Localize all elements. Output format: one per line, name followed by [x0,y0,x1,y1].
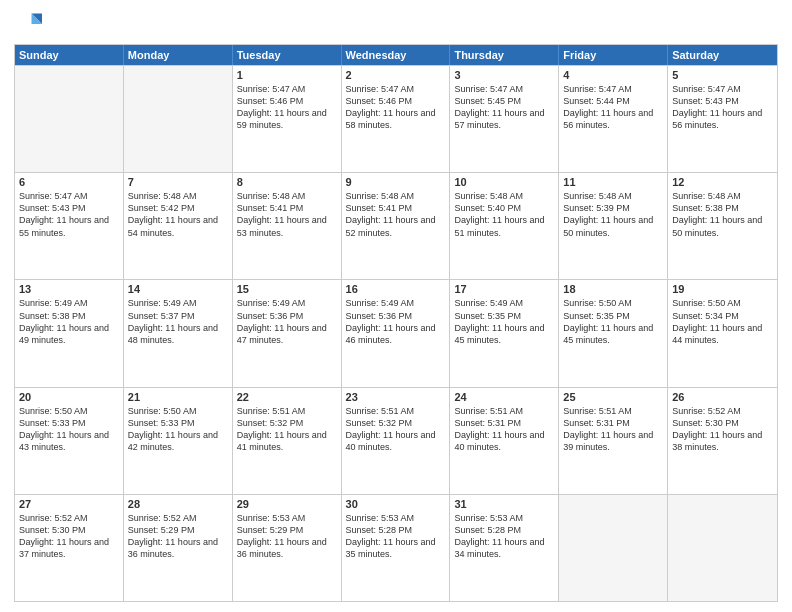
cell-info: Sunrise: 5:49 AMSunset: 5:38 PMDaylight:… [19,297,119,346]
calendar-week-1: 1Sunrise: 5:47 AMSunset: 5:46 PMDaylight… [15,65,777,172]
calendar-cell: 19Sunrise: 5:50 AMSunset: 5:34 PMDayligh… [668,280,777,386]
calendar-cell: 15Sunrise: 5:49 AMSunset: 5:36 PMDayligh… [233,280,342,386]
calendar-cell: 23Sunrise: 5:51 AMSunset: 5:32 PMDayligh… [342,388,451,494]
page: SundayMondayTuesdayWednesdayThursdayFrid… [0,0,792,612]
cell-info: Sunrise: 5:51 AMSunset: 5:31 PMDaylight:… [563,405,663,454]
calendar-cell: 12Sunrise: 5:48 AMSunset: 5:38 PMDayligh… [668,173,777,279]
day-number: 31 [454,498,554,510]
cell-info: Sunrise: 5:48 AMSunset: 5:41 PMDaylight:… [346,190,446,239]
day-number: 15 [237,283,337,295]
calendar-cell: 31Sunrise: 5:53 AMSunset: 5:28 PMDayligh… [450,495,559,601]
calendar-cell: 8Sunrise: 5:48 AMSunset: 5:41 PMDaylight… [233,173,342,279]
cell-info: Sunrise: 5:50 AMSunset: 5:33 PMDaylight:… [128,405,228,454]
calendar-cell: 20Sunrise: 5:50 AMSunset: 5:33 PMDayligh… [15,388,124,494]
day-number: 25 [563,391,663,403]
calendar-cell: 4Sunrise: 5:47 AMSunset: 5:44 PMDaylight… [559,66,668,172]
calendar-cell: 17Sunrise: 5:49 AMSunset: 5:35 PMDayligh… [450,280,559,386]
cell-info: Sunrise: 5:50 AMSunset: 5:35 PMDaylight:… [563,297,663,346]
day-number: 18 [563,283,663,295]
cell-info: Sunrise: 5:49 AMSunset: 5:36 PMDaylight:… [237,297,337,346]
calendar-cell [559,495,668,601]
header-cell-tuesday: Tuesday [233,45,342,65]
cell-info: Sunrise: 5:47 AMSunset: 5:43 PMDaylight:… [672,83,773,132]
calendar-cell: 26Sunrise: 5:52 AMSunset: 5:30 PMDayligh… [668,388,777,494]
cell-info: Sunrise: 5:48 AMSunset: 5:41 PMDaylight:… [237,190,337,239]
cell-info: Sunrise: 5:52 AMSunset: 5:29 PMDaylight:… [128,512,228,561]
cell-info: Sunrise: 5:53 AMSunset: 5:28 PMDaylight:… [454,512,554,561]
cell-info: Sunrise: 5:48 AMSunset: 5:42 PMDaylight:… [128,190,228,239]
calendar-cell: 16Sunrise: 5:49 AMSunset: 5:36 PMDayligh… [342,280,451,386]
cell-info: Sunrise: 5:48 AMSunset: 5:39 PMDaylight:… [563,190,663,239]
calendar-cell: 9Sunrise: 5:48 AMSunset: 5:41 PMDaylight… [342,173,451,279]
day-number: 11 [563,176,663,188]
calendar-cell: 27Sunrise: 5:52 AMSunset: 5:30 PMDayligh… [15,495,124,601]
cell-info: Sunrise: 5:47 AMSunset: 5:46 PMDaylight:… [346,83,446,132]
cell-info: Sunrise: 5:51 AMSunset: 5:32 PMDaylight:… [346,405,446,454]
cell-info: Sunrise: 5:47 AMSunset: 5:43 PMDaylight:… [19,190,119,239]
calendar-cell [668,495,777,601]
day-number: 29 [237,498,337,510]
calendar-cell: 10Sunrise: 5:48 AMSunset: 5:40 PMDayligh… [450,173,559,279]
cell-info: Sunrise: 5:50 AMSunset: 5:33 PMDaylight:… [19,405,119,454]
day-number: 6 [19,176,119,188]
cell-info: Sunrise: 5:49 AMSunset: 5:35 PMDaylight:… [454,297,554,346]
calendar-cell: 21Sunrise: 5:50 AMSunset: 5:33 PMDayligh… [124,388,233,494]
cell-info: Sunrise: 5:48 AMSunset: 5:38 PMDaylight:… [672,190,773,239]
cell-info: Sunrise: 5:53 AMSunset: 5:29 PMDaylight:… [237,512,337,561]
cell-info: Sunrise: 5:48 AMSunset: 5:40 PMDaylight:… [454,190,554,239]
calendar-cell: 14Sunrise: 5:49 AMSunset: 5:37 PMDayligh… [124,280,233,386]
cell-info: Sunrise: 5:49 AMSunset: 5:36 PMDaylight:… [346,297,446,346]
calendar-cell: 28Sunrise: 5:52 AMSunset: 5:29 PMDayligh… [124,495,233,601]
cell-info: Sunrise: 5:49 AMSunset: 5:37 PMDaylight:… [128,297,228,346]
calendar-cell: 30Sunrise: 5:53 AMSunset: 5:28 PMDayligh… [342,495,451,601]
calendar-body: 1Sunrise: 5:47 AMSunset: 5:46 PMDaylight… [15,65,777,601]
calendar-cell: 2Sunrise: 5:47 AMSunset: 5:46 PMDaylight… [342,66,451,172]
cell-info: Sunrise: 5:51 AMSunset: 5:32 PMDaylight:… [237,405,337,454]
calendar-cell: 1Sunrise: 5:47 AMSunset: 5:46 PMDaylight… [233,66,342,172]
day-number: 14 [128,283,228,295]
day-number: 20 [19,391,119,403]
day-number: 2 [346,69,446,81]
calendar-cell: 7Sunrise: 5:48 AMSunset: 5:42 PMDaylight… [124,173,233,279]
calendar-cell: 3Sunrise: 5:47 AMSunset: 5:45 PMDaylight… [450,66,559,172]
day-number: 17 [454,283,554,295]
calendar-week-4: 20Sunrise: 5:50 AMSunset: 5:33 PMDayligh… [15,387,777,494]
cell-info: Sunrise: 5:52 AMSunset: 5:30 PMDaylight:… [19,512,119,561]
day-number: 27 [19,498,119,510]
header [14,10,778,38]
day-number: 30 [346,498,446,510]
header-cell-monday: Monday [124,45,233,65]
cell-info: Sunrise: 5:47 AMSunset: 5:44 PMDaylight:… [563,83,663,132]
calendar-cell: 6Sunrise: 5:47 AMSunset: 5:43 PMDaylight… [15,173,124,279]
day-number: 3 [454,69,554,81]
calendar-cell: 5Sunrise: 5:47 AMSunset: 5:43 PMDaylight… [668,66,777,172]
day-number: 5 [672,69,773,81]
calendar-cell: 29Sunrise: 5:53 AMSunset: 5:29 PMDayligh… [233,495,342,601]
day-number: 26 [672,391,773,403]
day-number: 10 [454,176,554,188]
header-cell-thursday: Thursday [450,45,559,65]
day-number: 22 [237,391,337,403]
day-number: 12 [672,176,773,188]
cell-info: Sunrise: 5:50 AMSunset: 5:34 PMDaylight:… [672,297,773,346]
day-number: 19 [672,283,773,295]
header-cell-friday: Friday [559,45,668,65]
header-cell-saturday: Saturday [668,45,777,65]
day-number: 13 [19,283,119,295]
day-number: 16 [346,283,446,295]
day-number: 28 [128,498,228,510]
calendar-cell: 13Sunrise: 5:49 AMSunset: 5:38 PMDayligh… [15,280,124,386]
calendar-week-3: 13Sunrise: 5:49 AMSunset: 5:38 PMDayligh… [15,279,777,386]
day-number: 24 [454,391,554,403]
calendar-cell: 25Sunrise: 5:51 AMSunset: 5:31 PMDayligh… [559,388,668,494]
logo [14,10,46,38]
calendar-cell: 24Sunrise: 5:51 AMSunset: 5:31 PMDayligh… [450,388,559,494]
calendar: SundayMondayTuesdayWednesdayThursdayFrid… [14,44,778,602]
cell-info: Sunrise: 5:47 AMSunset: 5:45 PMDaylight:… [454,83,554,132]
header-cell-wednesday: Wednesday [342,45,451,65]
calendar-cell: 22Sunrise: 5:51 AMSunset: 5:32 PMDayligh… [233,388,342,494]
calendar-cell: 18Sunrise: 5:50 AMSunset: 5:35 PMDayligh… [559,280,668,386]
day-number: 8 [237,176,337,188]
calendar-week-5: 27Sunrise: 5:52 AMSunset: 5:30 PMDayligh… [15,494,777,601]
header-cell-sunday: Sunday [15,45,124,65]
